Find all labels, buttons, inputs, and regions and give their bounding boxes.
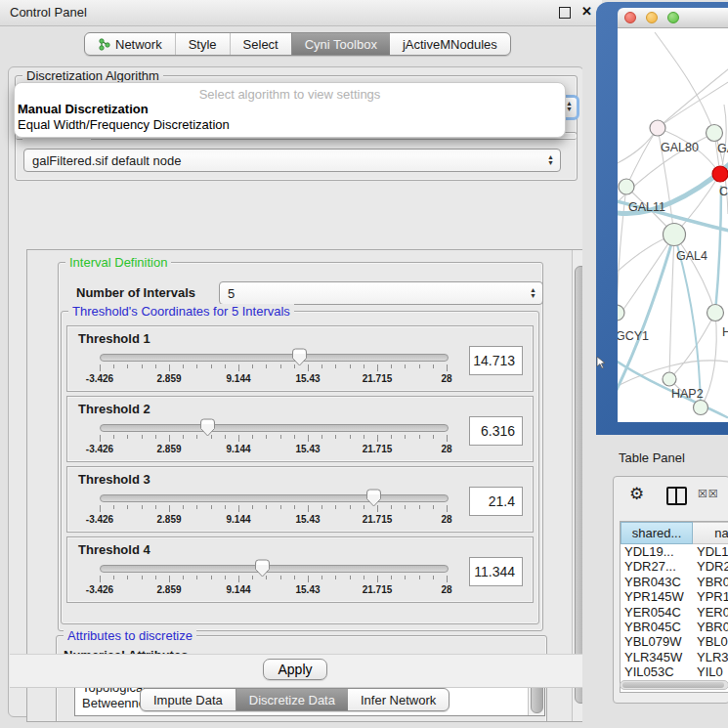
major-tick [238, 576, 239, 582]
tick-label: -3.426 [86, 514, 113, 525]
network-node[interactable] [618, 305, 624, 321]
cell-name: YER0 [697, 605, 728, 620]
tab-impute-data[interactable]: Impute Data [141, 689, 236, 710]
tick-label: 15.43 [295, 584, 320, 595]
tick-label: 9.144 [226, 373, 250, 384]
slider-thumb[interactable] [254, 559, 271, 578]
column-header-shared-name[interactable]: shared... [621, 522, 693, 544]
column-checkboxes-icon[interactable]: ☒☒ [698, 488, 719, 500]
network-edge [626, 128, 658, 187]
node-label-hap2: HAP2 [671, 387, 704, 401]
minor-tick [266, 435, 267, 439]
minor-tick [405, 364, 406, 368]
split-view-icon[interactable] [666, 487, 687, 505]
num-intervals-value: 5 [228, 286, 235, 301]
table-horizontal-scrollbar[interactable] [620, 680, 728, 690]
algorithm-hint: Select algorithm to view settings [15, 87, 565, 102]
network-node[interactable] [694, 401, 708, 415]
minor-tick [142, 435, 143, 439]
node-label-gal4: GAL4 [676, 249, 707, 263]
network-node[interactable] [664, 224, 686, 246]
tab-network[interactable]: Network [85, 33, 175, 55]
minor-tick [433, 435, 434, 439]
table-row[interactable]: YBR043CYBR0 [621, 575, 728, 589]
table-data-combo[interactable]: galFiltered.sif default node ▲▼ [23, 149, 561, 172]
panel-gap [582, 26, 596, 728]
major-tick [447, 505, 448, 512]
slider-track[interactable] [100, 424, 449, 432]
minor-tick [335, 435, 336, 439]
cell-shared-name: YDR27... [624, 559, 676, 574]
column-header-name[interactable]: na [693, 522, 728, 544]
threshold-value-field[interactable]: 14.713 [469, 346, 523, 375]
tab-infer-network[interactable]: Infer Network [348, 689, 449, 710]
network-window-titlebar[interactable] [618, 8, 728, 28]
minor-tick [127, 364, 128, 368]
tick-label: 15.43 [295, 373, 320, 384]
network-node[interactable] [650, 120, 665, 136]
network-edge [669, 313, 715, 379]
minor-tick [364, 576, 364, 579]
tab-discretize-data[interactable]: Discretize Data [236, 689, 348, 710]
float-window-icon[interactable] [559, 7, 571, 19]
gear-icon[interactable]: ⚙ [629, 484, 644, 504]
minor-tick [294, 576, 295, 579]
major-tick [377, 576, 378, 582]
threshold-value-field[interactable]: 11.344 [469, 557, 523, 586]
tick-label: -3.426 [86, 373, 113, 384]
threshold-label: Threshold 2 [78, 402, 150, 416]
network-node[interactable] [707, 125, 723, 142]
table-row[interactable]: YLR345WYLR3 [621, 650, 728, 664]
close-traffic-light-icon[interactable] [624, 12, 636, 23]
tick-label: 28 [441, 444, 451, 454]
tab-jactivemnodules[interactable]: jActiveMNodules [390, 33, 510, 55]
tab-select[interactable]: Select [230, 33, 291, 55]
major-tick [308, 505, 309, 512]
threshold-value-field[interactable]: 21.4 [469, 487, 523, 516]
table-row[interactable]: YDL19...YDL1 [621, 544, 728, 559]
table-data-combo-value: galFiltered.sif default node [32, 153, 181, 168]
slider-track[interactable] [100, 565, 449, 573]
close-icon[interactable]: ✕ [581, 4, 592, 19]
cell-name: YBR0 [697, 575, 728, 589]
table-row[interactable]: YBL079WYBL0 [621, 634, 728, 649]
tick-label: 21.715 [363, 514, 393, 525]
tab-style[interactable]: Style [175, 33, 230, 55]
table-row[interactable]: YBR045CYBR0 [621, 620, 728, 634]
table-row[interactable]: YPR145WYPR1 [621, 589, 728, 604]
algorithm-option-manual[interactable]: Manual Discretization [18, 102, 149, 116]
table-row[interactable]: YER054CYER0 [621, 605, 728, 620]
slider-track[interactable] [100, 494, 449, 502]
apply-button[interactable]: Apply [263, 659, 327, 680]
table-row[interactable]: YIL053CYIL0 [621, 664, 728, 679]
minor-tick [266, 364, 267, 368]
network-node[interactable] [663, 372, 676, 386]
minor-tick [419, 505, 420, 509]
maximize-traffic-light-icon[interactable] [667, 12, 679, 23]
slider-thumb[interactable] [199, 418, 216, 437]
slider-thumb[interactable] [365, 489, 382, 507]
algorithm-option-equal-width[interactable]: Equal Width/Frequency Discretization [18, 117, 230, 132]
num-intervals-combo[interactable]: 5 ▲▼ [219, 281, 543, 305]
network-node[interactable] [712, 166, 728, 182]
slider-thumb[interactable] [291, 348, 308, 366]
minor-tick [364, 505, 364, 509]
tick-label: -3.426 [86, 584, 113, 595]
table-row[interactable]: YDR27...YDR2 [621, 559, 728, 574]
network-canvas[interactable]: GAL80GAGAL11CGAL4GCY1HHAP2 [618, 28, 728, 422]
network-node[interactable] [707, 305, 724, 321]
tick-label: 9.144 [226, 444, 250, 454]
tick-label: 15.43 [295, 444, 320, 454]
tab-cyni-toolbox[interactable]: Cyni Toolbox [291, 33, 390, 55]
table-panel-title: Table Panel [619, 450, 685, 465]
bottom-tabs-segmented: Impute DataDiscretize DataInfer Network [140, 688, 450, 711]
network-edge [674, 235, 715, 313]
slider-track[interactable] [100, 354, 449, 362]
network-node[interactable] [619, 179, 634, 194]
node-table[interactable]: shared... na YDL19...YDL1YDR27...YDR2YBR… [620, 521, 728, 693]
threshold-value-field[interactable]: 6.316 [469, 416, 523, 446]
minor-tick [321, 435, 322, 439]
minimize-traffic-light-icon[interactable] [646, 12, 658, 23]
cell-shared-name: YPR145W [624, 589, 684, 604]
minor-tick [252, 505, 253, 509]
